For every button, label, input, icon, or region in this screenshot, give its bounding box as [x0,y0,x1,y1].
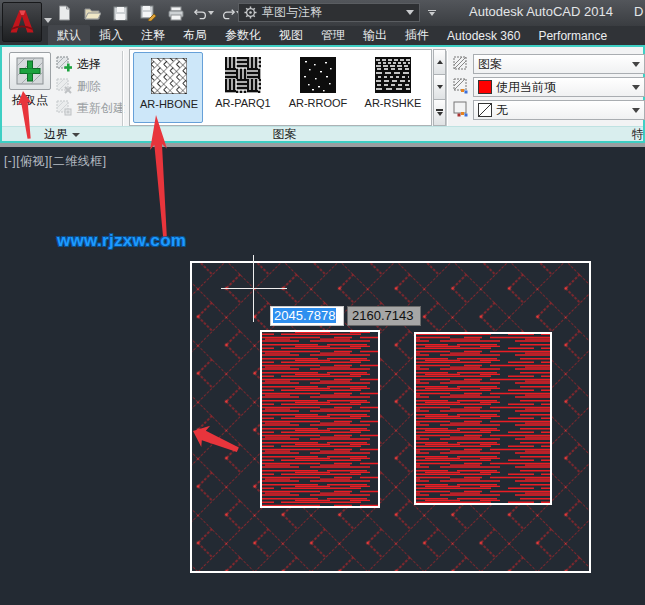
ar-parq1-swatch-icon [225,57,261,93]
ar-hbone-swatch-icon [151,58,187,94]
gallery-item-label: AR-PARQ1 [208,97,278,109]
tab-annotate[interactable]: 注释 [132,25,174,46]
gallery-item-label: AR-RSHKE [358,97,428,109]
dynamic-input-x-value: 2045.7878 [273,308,336,323]
hatch-pattern-gallery: AR-HBONE AR-PARQ1 AR-RROOF [129,49,432,126]
gallery-item-label: AR-HBONE [134,98,204,110]
workspace-switcher[interactable]: 草图与注释 [238,3,420,22]
recreate-boundary-icon [56,100,72,116]
tab-autodesk360[interactable]: Autodesk 360 [438,27,529,45]
tab-manage[interactable]: 管理 [312,25,354,46]
quick-access-toolbar [54,3,242,23]
window-title: Autodesk AutoCAD 2014 [455,4,627,19]
autocad-logo-icon [7,7,37,37]
panel-separator [122,51,123,127]
pattern-panel-label: 图案 [123,127,446,142]
scroll-down-icon [437,85,443,89]
hatch-color-dropdown[interactable]: 使用当前项 [473,77,645,97]
gallery-item-ar-rroof[interactable]: AR-RROOF [283,52,353,123]
tab-view[interactable]: 视图 [270,25,312,46]
tab-insert[interactable]: 插入 [90,25,132,46]
hatch-preview-drawing [0,147,645,605]
ribbon-hatch-creation: 拾取点 选择 删除 重新创建 [0,45,645,143]
watermark-text: www.rjzxw.com [57,231,186,251]
recreate-boundary-button[interactable]: 重新创建 [56,99,125,117]
save-icon[interactable] [110,3,130,23]
drawing-canvas[interactable]: [-][俯视][二维线框] www.rjzxw.com 2045.7878 21… [0,147,645,605]
delete-boundary-button[interactable]: 删除 [56,77,101,95]
background-value: 无 [496,102,508,119]
hatch-color-icon [452,78,468,94]
gallery-scroll-up-button[interactable] [433,49,446,75]
qat-customize-button[interactable] [424,5,440,20]
gallery-scrollbar [433,49,446,126]
ar-rroof-swatch-icon [300,57,336,93]
gallery-item-ar-rshke[interactable]: AR-RSHKE [358,52,428,123]
tab-parametric[interactable]: 参数化 [216,25,270,46]
undo-icon[interactable] [194,3,214,23]
boundary-flyout-icon[interactable] [72,133,80,137]
workspace-value: 草图与注释 [262,4,322,21]
inner-island-right[interactable] [415,333,551,504]
select-boundary-icon [56,56,72,72]
recreate-boundary-label: 重新创建 [77,100,125,117]
title-bar: 草图与注释 Autodesk AutoCAD 2014 D [0,0,645,26]
dropdown-caret-icon [632,85,640,90]
ar-rshke-swatch-icon [375,57,411,93]
ribbon-tab-row: 默认 插入 注释 布局 参数化 视图 管理 输出 插件 Autodesk 360… [0,26,645,45]
select-boundary-label: 选择 [77,56,101,73]
autocad-window: { "window": { "title": "Autodesk AutoCAD… [0,0,645,605]
properties-panel-label: 特 [632,127,645,142]
panel-separator [446,51,447,127]
tab-performance[interactable]: Performance [529,27,616,45]
tab-layout[interactable]: 布局 [174,25,216,46]
background-color-dropdown[interactable]: 无 [473,100,645,120]
gallery-expand-button[interactable] [433,99,446,126]
app-menu-button[interactable] [2,2,42,42]
hatch-type-dropdown[interactable]: 图案 [473,54,645,74]
dropdown-caret-icon [632,108,640,113]
open-file-icon[interactable] [82,3,102,23]
document-title-clipped: D [634,4,643,19]
plot-icon[interactable] [166,3,186,23]
pick-points-label: 拾取点 [2,92,58,109]
panel-label-strip: 边界 图案 特 [2,126,643,141]
hatch-type-icon [452,55,468,71]
dynamic-input-x[interactable]: 2045.7878 [270,306,344,326]
tab-default[interactable]: 默认 [48,25,90,46]
app-menu-caret-icon[interactable] [44,18,52,23]
pick-points-icon [15,56,45,86]
delete-boundary-label: 删除 [77,78,101,95]
pick-points-button[interactable] [9,52,51,90]
none-swatch [478,103,492,117]
viewport-controls[interactable]: [-][俯视][二维线框] [4,153,107,170]
hatch-color-value: 使用当前项 [496,79,556,96]
gallery-expand-icon [437,112,443,116]
gallery-item-ar-parq1[interactable]: AR-PARQ1 [208,52,278,123]
dropdown-caret-icon [632,62,640,67]
dynamic-input-y: 2160.7143 [347,306,421,326]
save-as-icon[interactable] [138,3,158,23]
current-color-swatch [478,80,492,94]
new-file-icon[interactable] [54,3,74,23]
dynamic-input-y-value: 2160.7143 [352,308,413,323]
select-boundary-button[interactable]: 选择 [56,55,101,73]
scroll-up-icon [437,60,443,64]
tab-output[interactable]: 输出 [354,25,396,46]
undo-dropdown-icon[interactable] [208,11,214,15]
gear-icon [244,6,257,19]
hatch-type-value: 图案 [478,56,502,73]
workspace-caret-icon [406,10,414,15]
inner-island-left[interactable] [261,331,379,507]
delete-boundary-icon [56,78,72,94]
tab-plugins[interactable]: 插件 [396,25,438,46]
gallery-scroll-down-button[interactable] [433,74,446,100]
gallery-item-label: AR-RROOF [283,97,353,109]
gallery-item-ar-hbone[interactable]: AR-HBONE [133,52,203,123]
boundary-panel-label[interactable]: 边界 [2,127,122,142]
background-color-icon [452,101,468,117]
